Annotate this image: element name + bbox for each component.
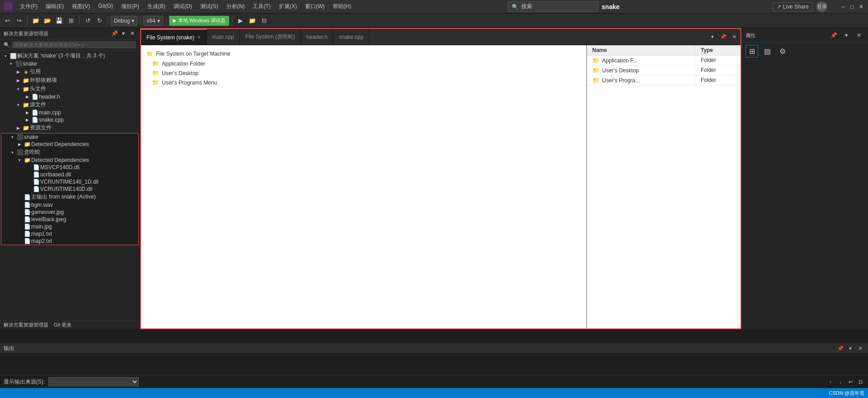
scroll-up-icon[interactable]: ↑ (826, 378, 835, 386)
output-close-button[interactable]: ✕ (856, 344, 864, 352)
user-profile-button[interactable]: 登录 (816, 1, 827, 12)
tab-header-h[interactable]: header.h (301, 29, 334, 45)
wrap-icon[interactable]: ↩ (846, 378, 854, 386)
run-debugger-button[interactable]: ▶ 本地 Windows 调试器 (169, 16, 230, 26)
tab-filesystem-greedy[interactable]: File System (贪吃蛇) (240, 29, 301, 45)
tree-item-resources[interactable]: ▶ 📁 资源文件 (0, 123, 140, 132)
tree-item-ref[interactable]: ▶ ◈ 引用 (0, 67, 140, 76)
prop-chevron-button[interactable]: ▾ (841, 30, 852, 41)
prop-settings-icon[interactable]: ⚙ (776, 45, 789, 57)
solution-root[interactable]: ▾ ⬜ 解决方案 'snake' (3 个项目，共 3 个) (0, 52, 140, 60)
tree-item-snake-cpp[interactable]: ▶ 📄 snake.cpp (0, 116, 140, 123)
file-icon: 📄 (23, 209, 31, 215)
title-menu-item[interactable]: 扩展(X) (275, 2, 301, 11)
details-row[interactable]: 📁 Application F... Folder (587, 56, 741, 66)
run-label: 本地 Windows 调试器 (178, 17, 226, 24)
minimize-button[interactable]: ─ (840, 4, 846, 10)
title-menu-item[interactable]: Git(G) (94, 2, 117, 11)
tab-close-icon[interactable]: ✕ (197, 35, 201, 40)
prop-pin-button[interactable]: 📌 (828, 30, 839, 41)
title-search-box[interactable]: 🔍 搜索 (508, 1, 598, 12)
tree-item-greekcake[interactable]: ▾ ⬛ 贪吃蛇 (1, 148, 138, 156)
tabs-chevron-down[interactable]: ▾ (708, 33, 717, 42)
tree-item-external[interactable]: ▶ 📁 外部依赖项 (0, 76, 140, 85)
save-button[interactable]: 💾 (54, 15, 65, 26)
tree-item-main-output[interactable]: 📄 主输出 from snake (Active) (1, 193, 138, 201)
title-menu-item[interactable]: 编辑(E) (42, 2, 67, 11)
save-all-button[interactable]: ⊞ (66, 15, 76, 26)
undo-button[interactable]: ↺ (82, 15, 93, 26)
tree-item-levelback[interactable]: 📄 levelBack.jpeg (1, 216, 138, 223)
output-source-select[interactable] (48, 377, 139, 386)
tab-snake-cpp[interactable]: snake.cpp (333, 29, 369, 45)
tree-item-map2[interactable]: 📄 map2.txt (1, 237, 138, 245)
title-menu-item[interactable]: 窗口(W) (302, 2, 328, 11)
run-with-button[interactable]: ▶ (235, 16, 246, 26)
title-menu-item[interactable]: 工具(T) (249, 2, 274, 11)
tree-item-header-h[interactable]: ▶ 📄 header.h (0, 93, 140, 100)
title-menu-item[interactable]: 视图(V) (68, 2, 94, 11)
details-header: Name Type (587, 45, 741, 56)
fs-app-folder[interactable]: 📁 Application Folder (141, 59, 586, 68)
git-changes-label[interactable]: Git 更改 (54, 322, 71, 328)
prop-grid-icon[interactable]: ⊞ (745, 45, 758, 57)
debug-config-dropdown[interactable]: Debug ▾ (111, 16, 137, 26)
tree-item-vcrt2[interactable]: 📄 VCRUNTIME140D.dll (1, 185, 138, 193)
close-panel-icon[interactable]: ✕ (129, 30, 136, 37)
solution-search-bar[interactable]: 🔍 (0, 39, 140, 51)
tab-main-cpp[interactable]: main.cpp (207, 29, 240, 45)
tree-item-headers[interactable]: ▾ 📁 头文件 (0, 85, 140, 93)
clear-icon[interactable]: ⊡ (856, 378, 864, 386)
title-menu-item[interactable]: 项目(P) (118, 2, 143, 11)
back-button[interactable]: ↩ (2, 15, 13, 26)
forward-button[interactable]: ↪ (14, 15, 24, 26)
tabs-close[interactable]: ✕ (730, 33, 739, 42)
tree-item-source[interactable]: ▾ 📁 源文件 (0, 100, 140, 109)
details-row[interactable]: 📁 User's Progra... Folder (587, 76, 741, 85)
tree-item-main-cpp[interactable]: ▶ 📄 main.cpp (0, 109, 140, 116)
solution-search-input[interactable] (12, 41, 136, 48)
file-icon: 📄 (31, 94, 39, 100)
prop-close-button[interactable]: ✕ (854, 30, 864, 41)
output-chevron-button[interactable]: ▾ (846, 344, 854, 352)
more-icon[interactable]: ▾ (120, 30, 127, 37)
tree-item-mainjpg[interactable]: 📄 main.jpg (1, 223, 138, 230)
tree-item-map1[interactable]: 📄 map1.txt (1, 230, 138, 237)
tree-item-snake2[interactable]: ▾ ⬛ snake (1, 133, 138, 141)
title-menu-item[interactable]: 帮助(H) (329, 2, 355, 11)
open-button[interactable]: 📂 (42, 15, 53, 26)
tree-item-msvcp[interactable]: 📄 MSVCP140D.dll (1, 164, 138, 171)
tree-item-ucrt[interactable]: 📄 ucrtbased.dll (1, 171, 138, 178)
tree-item-detected-dep1[interactable]: ▶ 📁 Detected Dependencies (1, 141, 138, 148)
output-pin-button[interactable]: 📌 (836, 344, 844, 352)
tree-item-snake-top[interactable]: ▾ ⬛ snake (0, 60, 140, 67)
live-share-button[interactable]: ↗ Live Share (773, 2, 813, 11)
tree-label: 资源文件 (30, 124, 140, 132)
title-menu-item[interactable]: 分析(N) (223, 2, 249, 11)
folder-button[interactable]: 📁 (247, 16, 258, 26)
tree-item-bgm[interactable]: 📄 bgm.wav (1, 201, 138, 208)
title-menu-item[interactable]: 测试(S) (197, 2, 222, 11)
tree-item-detected-dep2[interactable]: ▾ 📁 Detected Dependencies (1, 156, 138, 164)
title-menu-item[interactable]: 生成(B) (144, 2, 169, 11)
platform-dropdown[interactable]: x64 ▾ (143, 16, 163, 26)
fs-root-item[interactable]: 📁 File System on Target Machine (141, 49, 586, 59)
tree-item-gameover[interactable]: 📄 gameover.jpg (1, 208, 138, 216)
tab-filesystem-snake[interactable]: File System (snake) ✕ (141, 29, 207, 45)
tree-item-vcrt1[interactable]: 📄 VCRUNTIME140_1D.dll (1, 178, 138, 185)
tree-label: 引用 (30, 68, 140, 76)
new-project-button[interactable]: 📁 (30, 15, 41, 26)
tabs-pin[interactable]: 📌 (719, 33, 728, 42)
scroll-down-icon[interactable]: ↓ (836, 378, 844, 386)
maximize-button[interactable]: □ (849, 4, 855, 10)
close-button[interactable]: ✕ (858, 4, 864, 10)
details-row[interactable]: 📁 User's Desktop Folder (587, 66, 741, 76)
extra-button[interactable]: ⊟ (259, 16, 269, 26)
fs-programs-menu[interactable]: 📁 User's Programs Menu (141, 78, 586, 87)
title-menu-item[interactable]: 文件(F) (16, 2, 41, 11)
title-menu-item[interactable]: 调试(D) (170, 2, 196, 11)
redo-button[interactable]: ↻ (94, 15, 105, 26)
fs-user-desktop[interactable]: 📁 User's Desktop (141, 68, 586, 78)
prop-list-icon[interactable]: ▤ (761, 45, 774, 57)
pin-icon[interactable]: 📌 (111, 30, 118, 37)
